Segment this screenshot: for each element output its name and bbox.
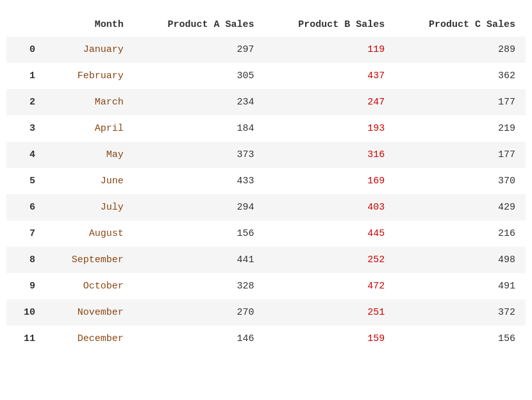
cell-product-b: 193 [265, 115, 395, 142]
cell-product-a: 305 [134, 63, 265, 89]
cell-product-c: 498 [395, 247, 526, 273]
cell-product-b: 251 [265, 299, 395, 326]
cell-index: 7 [6, 221, 46, 247]
cell-product-a: 184 [134, 115, 265, 142]
cell-product-b: 403 [265, 194, 395, 221]
cell-month: May [46, 142, 134, 168]
table-row: 8September441252498 [6, 247, 526, 273]
cell-product-a: 146 [134, 326, 265, 352]
cell-product-a: 433 [134, 168, 265, 194]
table-header-row: Month Product A Sales Product B Sales Pr… [6, 13, 526, 37]
cell-product-c: 216 [395, 221, 526, 247]
cell-index: 2 [6, 89, 46, 115]
cell-product-b: 437 [265, 63, 395, 89]
table-row: 4May373316177 [6, 142, 526, 168]
cell-month: December [46, 326, 134, 352]
table-container: Month Product A Sales Product B Sales Pr… [6, 6, 526, 358]
cell-product-b: 472 [265, 273, 395, 299]
cell-product-c: 372 [395, 299, 526, 326]
cell-index: 11 [6, 326, 46, 352]
col-header-product-c: Product C Sales [395, 13, 526, 37]
table-row: 7August156445216 [6, 221, 526, 247]
cell-product-c: 370 [395, 168, 526, 194]
cell-product-b: 119 [265, 37, 395, 63]
cell-product-a: 297 [134, 37, 265, 63]
table-body: 0January2971192891February3054373622Marc… [6, 37, 526, 352]
cell-product-c: 289 [395, 37, 526, 63]
col-header-product-a: Product A Sales [134, 13, 265, 37]
cell-month: April [46, 115, 134, 142]
table-row: 0January297119289 [6, 37, 526, 63]
cell-product-b: 252 [265, 247, 395, 273]
cell-product-a: 441 [134, 247, 265, 273]
cell-product-b: 445 [265, 221, 395, 247]
cell-month: August [46, 221, 134, 247]
cell-month: October [46, 273, 134, 299]
col-header-index [6, 13, 46, 37]
col-header-month: Month [46, 13, 134, 37]
cell-product-a: 328 [134, 273, 265, 299]
cell-month: July [46, 194, 134, 221]
cell-product-a: 156 [134, 221, 265, 247]
cell-product-b: 169 [265, 168, 395, 194]
cell-product-c: 156 [395, 326, 526, 352]
cell-month: January [46, 37, 134, 63]
cell-product-a: 373 [134, 142, 265, 168]
cell-product-b: 159 [265, 326, 395, 352]
cell-index: 10 [6, 299, 46, 326]
table-row: 11December146159156 [6, 326, 526, 352]
cell-product-c: 362 [395, 63, 526, 89]
sales-table: Month Product A Sales Product B Sales Pr… [6, 13, 526, 352]
cell-index: 6 [6, 194, 46, 221]
cell-month: March [46, 89, 134, 115]
cell-month: June [46, 168, 134, 194]
cell-product-c: 177 [395, 142, 526, 168]
cell-product-a: 294 [134, 194, 265, 221]
cell-month: November [46, 299, 134, 326]
cell-index: 1 [6, 63, 46, 89]
cell-product-c: 429 [395, 194, 526, 221]
cell-month: September [46, 247, 134, 273]
table-row: 2March234247177 [6, 89, 526, 115]
cell-product-b: 247 [265, 89, 395, 115]
col-header-product-b: Product B Sales [265, 13, 395, 37]
cell-index: 3 [6, 115, 46, 142]
table-row: 6July294403429 [6, 194, 526, 221]
cell-index: 4 [6, 142, 46, 168]
cell-product-a: 270 [134, 299, 265, 326]
cell-product-a: 234 [134, 89, 265, 115]
cell-month: February [46, 63, 134, 89]
table-row: 1February305437362 [6, 63, 526, 89]
cell-product-c: 491 [395, 273, 526, 299]
table-row: 9October328472491 [6, 273, 526, 299]
cell-index: 5 [6, 168, 46, 194]
cell-index: 8 [6, 247, 46, 273]
cell-product-b: 316 [265, 142, 395, 168]
table-row: 10November270251372 [6, 299, 526, 326]
cell-index: 9 [6, 273, 46, 299]
table-row: 5June433169370 [6, 168, 526, 194]
table-row: 3April184193219 [6, 115, 526, 142]
cell-product-c: 219 [395, 115, 526, 142]
cell-index: 0 [6, 37, 46, 63]
cell-product-c: 177 [395, 89, 526, 115]
